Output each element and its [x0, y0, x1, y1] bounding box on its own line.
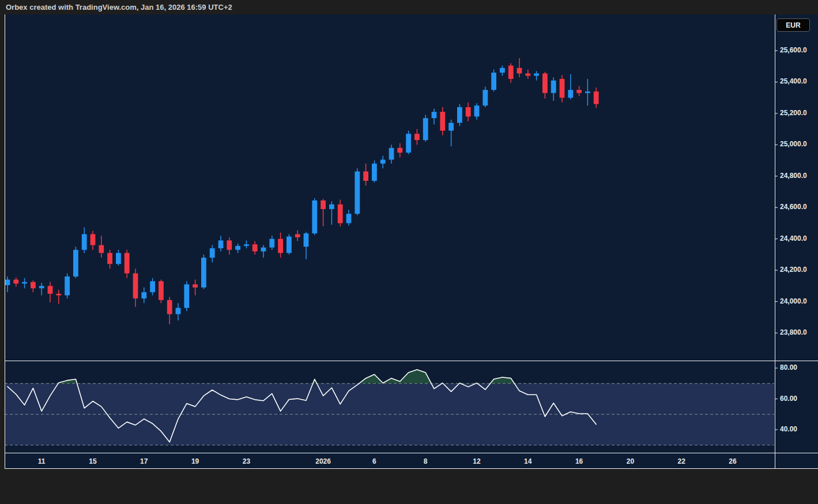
candle-body [184, 285, 189, 308]
candle-body [560, 79, 565, 98]
candle-body [22, 282, 27, 284]
candle-body [107, 253, 112, 264]
candle-body [287, 237, 292, 253]
candle-body [56, 294, 61, 295]
candle-body [65, 276, 70, 295]
candle-body [457, 107, 462, 123]
candle-body [91, 234, 96, 245]
time-axis-label: 11 [29, 457, 54, 465]
candle-body [525, 73, 530, 75]
candle-body [423, 118, 428, 140]
candle-body [517, 68, 522, 74]
time-axis-label: 15 [80, 457, 105, 465]
candle-body [312, 200, 317, 233]
candle-body [252, 244, 258, 251]
candle-body [594, 92, 599, 104]
candle-body [201, 257, 206, 287]
candle-body [321, 200, 326, 209]
time-axis-label: 16 [567, 457, 592, 465]
candle-body [210, 248, 215, 257]
candle-body [295, 234, 300, 237]
candle-body [125, 253, 130, 273]
candle-body [534, 73, 539, 75]
candle-body [397, 148, 402, 153]
candle-body [167, 300, 172, 314]
candle-body [116, 253, 121, 264]
candle-body [99, 245, 104, 253]
candle-body [491, 73, 496, 90]
candle-body [551, 81, 556, 93]
candle-body [278, 239, 283, 253]
time-axis-label: 8 [413, 457, 438, 465]
time-axis-label: 14 [515, 457, 541, 465]
candle-body [48, 286, 53, 294]
candle-body [432, 112, 437, 118]
time-axis-label: 20 [617, 457, 643, 465]
candle-body [338, 204, 343, 223]
candle-body [380, 160, 386, 164]
candle-body [363, 172, 368, 181]
footer-bar: TradingView [0, 469, 818, 504]
candle-body [31, 282, 36, 289]
candle-body [372, 164, 377, 181]
candle-body [269, 239, 274, 248]
time-axis-label: 19 [183, 457, 208, 465]
currency-button[interactable]: EUR [776, 18, 810, 32]
candle-body [346, 214, 352, 223]
candle-body [133, 274, 138, 299]
rsi-axis-label: 40.00 [780, 425, 797, 433]
candle-body [568, 90, 573, 98]
candle-body [355, 172, 360, 214]
candle-body [389, 148, 394, 160]
candle-body [39, 286, 44, 288]
candle-body [5, 279, 10, 285]
time-axis-label: 26 [720, 457, 745, 465]
candle-body [414, 134, 420, 140]
price-chart-canvas[interactable] [0, 0, 818, 504]
time-axis-label: 17 [131, 457, 157, 465]
candle-body [304, 233, 309, 247]
candle-body [500, 68, 505, 73]
candle-body [150, 281, 155, 292]
time-axis-label: 23 [233, 457, 259, 465]
candle-body [329, 204, 334, 209]
candle-body [406, 134, 411, 153]
candle-body [159, 281, 164, 300]
candle-body [227, 240, 232, 249]
candle-body [176, 308, 181, 314]
candle-body [141, 292, 146, 298]
candle-body [576, 90, 582, 93]
candle-body [508, 66, 514, 79]
candle-body [440, 112, 445, 131]
time-axis-label: 22 [669, 457, 694, 465]
candle-body [585, 92, 590, 93]
candle-body [482, 90, 488, 105]
rsi-axis-label: 60.00 [780, 395, 797, 403]
rsi-axis-label: 80.00 [780, 363, 797, 372]
candle-body [466, 107, 471, 116]
candle-body [261, 248, 266, 252]
time-axis-label: 6 [361, 457, 387, 465]
time-axis-label: 2026 [311, 457, 336, 465]
candle-body [82, 234, 87, 250]
rsi-axis[interactable]: 80.0060.0040.00 [775, 14, 818, 469]
candle-body [218, 240, 224, 248]
candle-body [73, 250, 78, 276]
tradingview-chart-window: Orbex created with TradingView.com, Jan … [0, 0, 818, 504]
candle-body [474, 105, 480, 116]
candle-body [193, 285, 198, 287]
candle-body [448, 123, 454, 131]
candle-body [244, 244, 249, 246]
candle-body [235, 246, 240, 250]
candle-body [13, 279, 18, 283]
time-axis[interactable] [5, 454, 774, 469]
candle-body [542, 73, 548, 93]
time-axis-label: 12 [464, 457, 489, 465]
